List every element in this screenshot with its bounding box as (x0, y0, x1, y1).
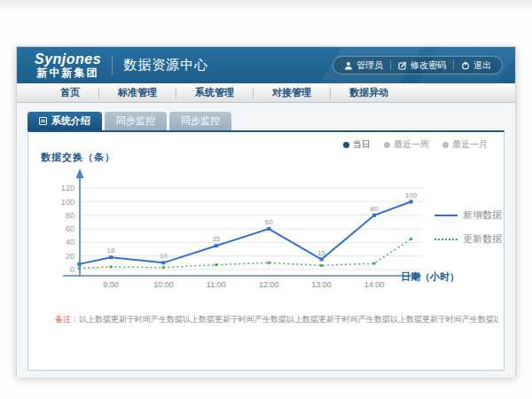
nav-item-standard-mgmt[interactable]: 标准管理 (99, 86, 176, 99)
tab-bar: 系统介绍 同步监控 同步监控 (27, 112, 234, 130)
time-range-options: 当日 最近一周 最近一月 (343, 138, 488, 151)
tab-sync-monitor-2[interactable]: 同步监控 (169, 112, 231, 130)
svg-text:60: 60 (66, 224, 74, 233)
radio-dot-icon (384, 142, 390, 148)
svg-text:0: 0 (70, 265, 74, 274)
nav-item-interface-mgmt[interactable]: 对接管理 (254, 86, 330, 99)
document-icon (39, 117, 47, 125)
brand-logo-text: Synjones (35, 52, 101, 67)
svg-text:100: 100 (61, 198, 74, 207)
tab-label: 系统介绍 (51, 114, 90, 128)
chart-legend: 新增数据 更新数据 (434, 208, 502, 246)
tab-label: 同步监控 (116, 114, 155, 128)
svg-text:100: 100 (405, 192, 418, 200)
admin-user-button[interactable]: 管理员 (337, 59, 390, 72)
header-divider (112, 56, 113, 75)
svg-text:60: 60 (265, 218, 273, 226)
radio-dot-icon (343, 142, 349, 148)
svg-text:80: 80 (66, 211, 74, 220)
legend-line-dotted-icon (434, 239, 458, 240)
tab-sync-monitor-1[interactable]: 同步监控 (105, 112, 167, 130)
admin-user-label: 管理员 (356, 59, 383, 72)
footnote: 备注：以上数据更新于时间产生数据以上数据更新于时间产生数据以上数据更新于时间产生… (55, 314, 498, 325)
legend-line-solid-icon (434, 215, 458, 216)
footnote-text: 以上数据更新于时间产生数据以上数据更新于时间产生数据以上数据更新于时间产生数据以… (79, 315, 498, 324)
chart-panel: 当日 最近一周 最近一月 数据交换（条） 0204060801001209:00… (27, 130, 505, 371)
svg-text:40: 40 (66, 238, 74, 246)
app-window: Synjones 新中新集团 数据资源中心 管理员 修改密码 (16, 46, 516, 377)
range-option-label: 最近一周 (394, 138, 429, 151)
svg-text:20: 20 (66, 252, 74, 261)
range-option-today[interactable]: 当日 (343, 138, 371, 151)
range-option-last-week[interactable]: 最近一周 (384, 138, 429, 151)
change-password-label: 修改密码 (411, 59, 446, 72)
edit-icon (398, 61, 407, 70)
footnote-label: 备注： (55, 315, 79, 324)
legend-label: 新增数据 (463, 208, 502, 222)
nav-item-home[interactable]: 首页 (42, 86, 98, 99)
main-nav: 首页 标准管理 系统管理 对接管理 数据异动 (17, 83, 515, 103)
legend-label: 更新数据 (463, 232, 502, 246)
radio-dot-icon (442, 142, 449, 148)
svg-text:12:00: 12:00 (259, 280, 279, 289)
content-area: 系统介绍 同步监控 同步监控 当日 最近一周 (17, 103, 515, 378)
nav-item-data-change[interactable]: 数据异动 (331, 86, 407, 99)
brand-logo: Synjones 新中新集团 (35, 52, 101, 78)
svg-text:18: 18 (107, 246, 115, 254)
logout-button[interactable]: 退出 (454, 59, 498, 72)
svg-text:13:00: 13:00 (311, 280, 332, 289)
range-option-last-month[interactable]: 最近一月 (442, 138, 488, 151)
svg-text:9:00: 9:00 (103, 280, 119, 289)
svg-text:10:00: 10:00 (153, 280, 174, 289)
page-top-gradient (0, 0, 532, 12)
range-option-label: 当日 (353, 138, 371, 151)
x-axis-label: 日期（小时） (401, 270, 459, 284)
line-chart: 0204060801001209:0010:0011:0012:0013:001… (51, 162, 458, 300)
svg-text:35: 35 (212, 235, 220, 243)
svg-text:14:00: 14:00 (364, 280, 385, 289)
svg-text:80: 80 (371, 205, 379, 213)
logout-label: 退出 (473, 59, 491, 72)
svg-text:120: 120 (61, 184, 74, 192)
user-icon (344, 61, 353, 70)
user-menu: 管理员 修改密码 退出 (332, 56, 503, 74)
brand-logo-subtitle: 新中新集团 (35, 67, 101, 79)
power-icon (461, 61, 470, 70)
app-header: Synjones 新中新集团 数据资源中心 管理员 修改密码 (17, 47, 515, 83)
legend-item-new-data: 新增数据 (434, 208, 502, 222)
page-title: 数据资源中心 (123, 57, 208, 74)
tab-system-intro[interactable]: 系统介绍 (27, 112, 102, 130)
svg-text:15: 15 (317, 249, 325, 257)
change-password-button[interactable]: 修改密码 (391, 59, 453, 72)
range-option-label: 最近一月 (452, 138, 488, 151)
legend-item-update-data: 更新数据 (434, 232, 502, 246)
tab-label: 同步监控 (181, 114, 220, 128)
svg-text:10: 10 (160, 252, 168, 260)
svg-text:11:00: 11:00 (207, 280, 226, 289)
nav-item-system-mgmt[interactable]: 系统管理 (176, 86, 253, 99)
